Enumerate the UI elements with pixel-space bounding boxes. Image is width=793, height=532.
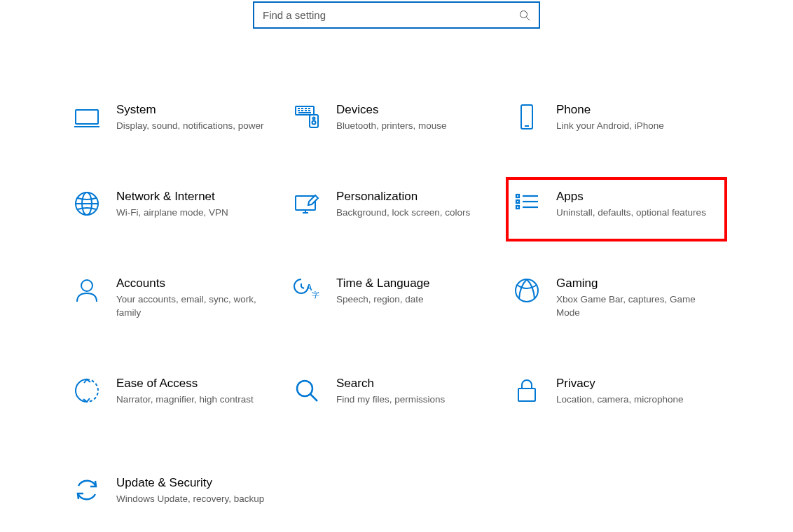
svg-rect-25 [516, 195, 519, 197]
svg-rect-2 [76, 110, 98, 124]
tile-devices[interactable]: Devices Bluetooth, printers, mouse [290, 99, 503, 136]
update-security-icon [73, 476, 101, 504]
svg-point-37 [297, 381, 312, 396]
devices-icon [293, 103, 321, 131]
system-icon [73, 103, 101, 131]
tile-text: Gaming Xbox Game Bar, captures, Game Mod… [556, 276, 720, 318]
tile-title: Network & Internet [116, 190, 273, 204]
tile-text: Privacy Location, camera, microphone [556, 377, 720, 406]
svg-text:字: 字 [312, 290, 319, 299]
tile-desc: Find my files, permissions [336, 393, 493, 406]
search-tile-icon [293, 377, 321, 405]
tile-text: Phone Link your Android, iPhone [556, 103, 720, 132]
tile-text: Devices Bluetooth, printers, mouse [336, 103, 500, 132]
search-input[interactable] [263, 9, 519, 21]
phone-icon [513, 103, 541, 131]
tile-desc: Background, lock screen, colors [336, 206, 493, 219]
tile-update-security[interactable]: Update & Security Windows Update, recove… [70, 472, 283, 510]
tile-system[interactable]: System Display, sound, notifications, po… [70, 99, 283, 136]
tile-title: Update & Security [116, 476, 273, 490]
tile-personalization[interactable]: Personalization Background, lock screen,… [290, 186, 503, 223]
network-icon [73, 190, 101, 218]
tile-title: Apps [556, 190, 713, 204]
tile-title: Gaming [556, 276, 713, 290]
tile-desc: Windows Update, recovery, backup [116, 493, 273, 505]
tile-desc: Uninstall, defaults, optional features [556, 206, 713, 219]
svg-line-38 [310, 394, 317, 401]
tile-search[interactable]: Search Find my files, permissions [290, 372, 503, 410]
settings-grid: System Display, sound, notifications, po… [0, 99, 793, 510]
tile-text: System Display, sound, notifications, po… [116, 103, 280, 132]
tile-text: Personalization Background, lock screen,… [336, 190, 500, 219]
tile-time-language[interactable]: A 字 Time & Language Speech, region, date [290, 272, 503, 323]
tile-title: Personalization [336, 190, 493, 204]
svg-rect-27 [516, 206, 519, 209]
ease-of-access-icon [73, 377, 101, 405]
search-icon [519, 10, 530, 21]
svg-rect-39 [518, 388, 535, 401]
tile-text: Search Find my files, permissions [336, 377, 500, 406]
svg-point-15 [313, 118, 315, 120]
tile-desc: Your accounts, email, sync, work, family [116, 293, 273, 318]
time-language-icon: A 字 [293, 276, 321, 304]
tile-title: Ease of Access [116, 377, 273, 391]
personalization-icon [293, 190, 321, 218]
tile-text: Time & Language Speech, region, date [336, 276, 500, 306]
tile-desc: Display, sound, notifications, power [116, 120, 273, 132]
tile-title: System [116, 103, 273, 117]
svg-point-31 [81, 280, 92, 291]
search-box[interactable] [253, 1, 540, 29]
svg-rect-26 [516, 200, 519, 203]
gaming-icon [513, 276, 541, 304]
apps-icon [513, 190, 541, 218]
tile-privacy[interactable]: Privacy Location, camera, microphone [510, 372, 723, 410]
tile-text: Update & Security Windows Update, recove… [116, 476, 280, 505]
tile-desc: Location, camera, microphone [556, 393, 713, 406]
tile-title: Search [336, 377, 493, 391]
tile-title: Accounts [116, 276, 273, 290]
accounts-icon [73, 276, 101, 304]
svg-line-1 [527, 17, 530, 20]
svg-point-0 [520, 10, 527, 18]
privacy-icon [513, 377, 541, 405]
tile-title: Devices [336, 103, 493, 117]
tile-desc: Wi-Fi, airplane mode, VPN [116, 206, 273, 219]
svg-point-16 [312, 121, 316, 125]
tile-title: Time & Language [336, 276, 493, 290]
tile-title: Privacy [556, 377, 713, 391]
svg-rect-17 [521, 105, 532, 129]
tile-desc: Speech, region, date [336, 293, 493, 306]
tile-text: Apps Uninstall, defaults, optional featu… [556, 190, 720, 219]
tile-gaming[interactable]: Gaming Xbox Game Bar, captures, Game Mod… [510, 272, 723, 323]
tile-phone[interactable]: Phone Link your Android, iPhone [510, 99, 723, 136]
tile-network[interactable]: Network & Internet Wi-Fi, airplane mode,… [70, 186, 283, 223]
tile-title: Phone [556, 103, 713, 117]
svg-line-33 [301, 287, 304, 288]
tile-text: Network & Internet Wi-Fi, airplane mode,… [116, 190, 280, 219]
tile-desc: Bluetooth, printers, mouse [336, 120, 493, 132]
tile-desc: Link your Android, iPhone [556, 120, 713, 132]
tile-apps[interactable]: Apps Uninstall, defaults, optional featu… [506, 177, 727, 241]
tile-accounts[interactable]: Accounts Your accounts, email, sync, wor… [70, 272, 283, 323]
tile-desc: Xbox Game Bar, captures, Game Mode [556, 293, 713, 318]
tile-ease-of-access[interactable]: Ease of Access Narrator, magnifier, high… [70, 372, 283, 410]
tile-text: Accounts Your accounts, email, sync, wor… [116, 276, 280, 318]
tile-text: Ease of Access Narrator, magnifier, high… [116, 377, 280, 406]
tile-desc: Narrator, magnifier, high contrast [116, 393, 273, 406]
